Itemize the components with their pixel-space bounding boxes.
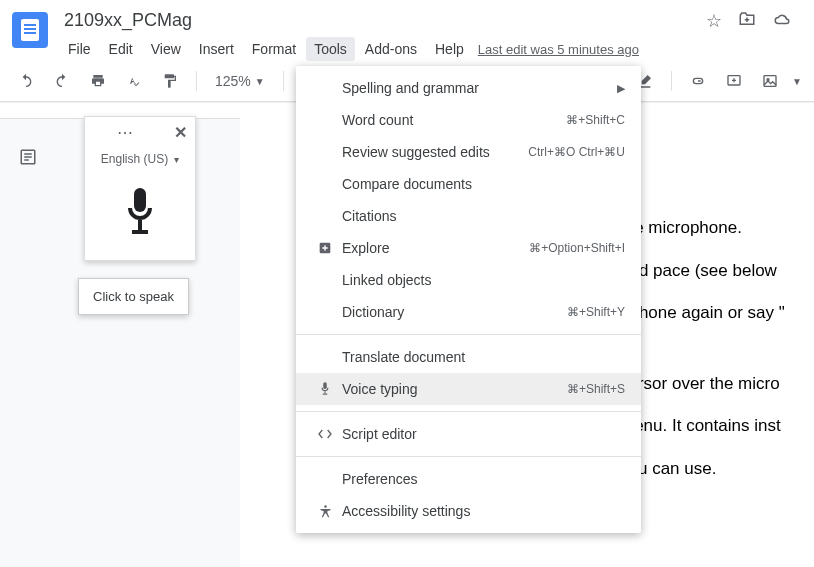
caret-down-icon[interactable]: ▼	[792, 76, 802, 87]
menu-addons[interactable]: Add-ons	[357, 37, 425, 61]
menu-translate-document[interactable]: Translate document	[296, 341, 641, 373]
chevron-right-icon: ▶	[617, 82, 625, 95]
tools-dropdown: Spelling and grammar ▶ Word count ⌘+Shif…	[296, 66, 641, 533]
menu-view[interactable]: View	[143, 37, 189, 61]
menu-label: Explore	[338, 240, 529, 256]
zoom-value: 125%	[215, 73, 251, 89]
menu-insert[interactable]: Insert	[191, 37, 242, 61]
menu-voice-typing[interactable]: Voice typing ⌘+Shift+S	[296, 373, 641, 405]
spellcheck-button[interactable]	[120, 67, 148, 95]
cloud-status-icon[interactable]	[772, 10, 792, 32]
svg-point-11	[324, 505, 327, 508]
doc-line: the microphone.	[620, 213, 814, 244]
menu-shortcut: ⌘+Shift+S	[567, 382, 625, 396]
menu-citations[interactable]: Citations	[296, 200, 641, 232]
insert-image-button[interactable]	[756, 67, 784, 95]
menu-compare-documents[interactable]: Compare documents	[296, 168, 641, 200]
svg-rect-9	[324, 391, 325, 393]
document-title[interactable]: 2109xx_PCMag	[60, 8, 196, 33]
menu-review-suggested-edits[interactable]: Review suggested edits Ctrl+⌘O Ctrl+⌘U	[296, 136, 641, 168]
doc-line: you can use.	[620, 454, 814, 485]
script-icon	[312, 426, 338, 442]
menubar: File Edit View Insert Format Tools Add-o…	[60, 37, 802, 61]
caret-down-icon: ▼	[255, 76, 265, 87]
voice-tooltip: Click to speak	[78, 278, 189, 315]
menu-label: Voice typing	[338, 381, 567, 397]
svg-rect-5	[138, 220, 142, 230]
doc-line: and pace (see below	[620, 256, 814, 287]
menu-label: Spelling and grammar	[338, 80, 617, 96]
menu-label: Preferences	[338, 471, 625, 487]
menu-label: Dictionary	[338, 304, 567, 320]
insert-comment-button[interactable]	[720, 67, 748, 95]
menu-spelling-grammar[interactable]: Spelling and grammar ▶	[296, 72, 641, 104]
menu-accessibility-settings[interactable]: Accessibility settings	[296, 495, 641, 527]
close-icon[interactable]: ✕	[174, 123, 187, 142]
menu-script-editor[interactable]: Script editor	[296, 418, 641, 450]
menu-preferences[interactable]: Preferences	[296, 463, 641, 495]
menu-label: Translate document	[338, 349, 625, 365]
menu-linked-objects[interactable]: Linked objects	[296, 264, 641, 296]
doc-line: cursor over the micro	[620, 369, 814, 400]
menu-label: Script editor	[338, 426, 625, 442]
menu-edit[interactable]: Edit	[101, 37, 141, 61]
menu-shortcut: Ctrl+⌘O Ctrl+⌘U	[528, 145, 625, 159]
svg-rect-10	[323, 394, 328, 395]
menu-label: Citations	[338, 208, 625, 224]
menu-tools[interactable]: Tools	[306, 37, 355, 61]
svg-rect-8	[323, 382, 326, 389]
microphone-button[interactable]	[85, 174, 195, 260]
docs-logo[interactable]	[12, 12, 48, 48]
undo-button[interactable]	[12, 67, 40, 95]
menu-help[interactable]: Help	[427, 37, 472, 61]
svg-rect-6	[132, 230, 148, 234]
voice-language-select[interactable]: English (US) ▾	[85, 148, 195, 174]
menu-dictionary[interactable]: Dictionary ⌘+Shift+Y	[296, 296, 641, 328]
menu-label: Accessibility settings	[338, 503, 625, 519]
doc-line: ophone again or say "	[620, 298, 814, 329]
print-button[interactable]	[84, 67, 112, 95]
redo-button[interactable]	[48, 67, 76, 95]
menu-label: Compare documents	[338, 176, 625, 192]
svg-rect-1	[764, 76, 776, 87]
menu-explore[interactable]: Explore ⌘+Option+Shift+I	[296, 232, 641, 264]
menu-separator	[296, 411, 641, 412]
menu-format[interactable]: Format	[244, 37, 304, 61]
menu-label: Linked objects	[338, 272, 625, 288]
star-icon[interactable]: ☆	[706, 10, 722, 32]
caret-down-icon: ▾	[174, 154, 179, 165]
zoom-select[interactable]: 125% ▼	[209, 73, 271, 89]
microphone-icon	[312, 381, 338, 397]
document-outline-button[interactable]	[14, 143, 42, 171]
doc-line: menu. It contains inst	[620, 411, 814, 442]
menu-word-count[interactable]: Word count ⌘+Shift+C	[296, 104, 641, 136]
voice-typing-panel[interactable]: ⋯ ✕ English (US) ▾	[84, 116, 196, 261]
menu-shortcut: ⌘+Option+Shift+I	[529, 241, 625, 255]
accessibility-icon	[312, 504, 338, 519]
voice-panel-menu-icon[interactable]: ⋯	[117, 123, 135, 142]
menu-separator	[296, 334, 641, 335]
svg-rect-4	[134, 188, 146, 212]
menu-shortcut: ⌘+Shift+Y	[567, 305, 625, 319]
menu-shortcut: ⌘+Shift+C	[566, 113, 625, 127]
explore-icon	[312, 240, 338, 256]
menu-label: Review suggested edits	[338, 144, 528, 160]
last-edit-link[interactable]: Last edit was 5 minutes ago	[478, 42, 639, 57]
insert-link-button[interactable]	[684, 67, 712, 95]
paint-format-button[interactable]	[156, 67, 184, 95]
menu-file[interactable]: File	[60, 37, 99, 61]
menu-separator	[296, 456, 641, 457]
voice-language-label: English (US)	[101, 152, 168, 166]
menu-label: Word count	[338, 112, 566, 128]
move-icon[interactable]	[738, 10, 756, 32]
